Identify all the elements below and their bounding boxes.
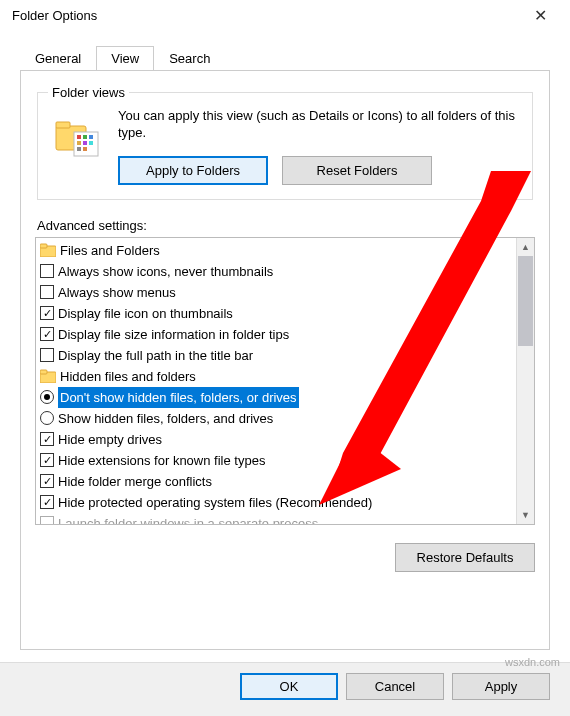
checkbox-icon[interactable]: ✓	[40, 474, 54, 488]
folder-views-icon	[48, 108, 106, 185]
watermark-text: wsxdn.com	[505, 656, 560, 668]
folder-views-description: You can apply this view (such as Details…	[118, 108, 522, 142]
option-label: Hidden files and folders	[60, 366, 196, 387]
svg-rect-6	[77, 141, 81, 145]
checkbox-icon[interactable]	[40, 264, 54, 278]
radio-icon[interactable]	[40, 390, 54, 404]
tree-checkbox-option[interactable]: ✓Hide extensions for known file types	[36, 450, 516, 471]
folder-views-legend: Folder views	[48, 85, 129, 100]
tree-folder: Files and Folders	[36, 240, 516, 261]
option-label: Hide extensions for known file types	[58, 450, 265, 471]
scroll-thumb[interactable]	[518, 256, 533, 346]
tree-checkbox-option[interactable]: Always show menus	[36, 282, 516, 303]
advanced-settings-list: Files and FoldersAlways show icons, neve…	[35, 237, 535, 525]
scroll-up-icon[interactable]: ▲	[517, 238, 534, 256]
svg-rect-3	[77, 135, 81, 139]
tree-radio-option[interactable]: Don't show hidden files, folders, or dri…	[36, 387, 516, 408]
svg-rect-14	[40, 370, 47, 374]
svg-rect-12	[40, 244, 47, 248]
option-label: Hide folder merge conflicts	[58, 471, 212, 492]
ok-button[interactable]: OK	[240, 673, 338, 700]
svg-rect-10	[83, 147, 87, 151]
svg-rect-4	[83, 135, 87, 139]
checkbox-icon[interactable]: ✓	[40, 327, 54, 341]
option-label: Show hidden files, folders, and drives	[58, 408, 273, 429]
close-icon[interactable]: ✕	[520, 6, 560, 25]
checkbox-icon[interactable]: ✓	[40, 306, 54, 320]
tree-checkbox-option[interactable]: ✓Display file size information in folder…	[36, 324, 516, 345]
checkbox-icon[interactable]: ✓	[40, 453, 54, 467]
checkbox-icon[interactable]	[40, 285, 54, 299]
svg-rect-8	[89, 141, 93, 145]
tab-general[interactable]: General	[20, 46, 96, 71]
option-label: Files and Folders	[60, 240, 160, 261]
option-label: Always show menus	[58, 282, 176, 303]
tab-search[interactable]: Search	[154, 46, 225, 71]
checkbox-icon[interactable]: ✓	[40, 495, 54, 509]
scrollbar[interactable]: ▲ ▼	[516, 238, 534, 524]
tree-checkbox-option[interactable]: ✓Hide folder merge conflicts	[36, 471, 516, 492]
option-label: Hide protected operating system files (R…	[58, 492, 372, 513]
tree-checkbox-option[interactable]: ✓Display file icon on thumbnails	[36, 303, 516, 324]
apply-to-folders-button[interactable]: Apply to Folders	[118, 156, 268, 185]
tree-checkbox-option[interactable]: ✓Hide empty drives	[36, 429, 516, 450]
checkbox-icon[interactable]	[40, 516, 54, 524]
option-label: Hide empty drives	[58, 429, 162, 450]
apply-button[interactable]: Apply	[452, 673, 550, 700]
svg-rect-9	[77, 147, 81, 151]
restore-defaults-button[interactable]: Restore Defaults	[395, 543, 535, 572]
tab-panel-view: Folder views You can apply	[20, 70, 550, 650]
option-label: Display file icon on thumbnails	[58, 303, 233, 324]
svg-rect-7	[83, 141, 87, 145]
svg-rect-1	[56, 122, 70, 128]
option-label: Display file size information in folder …	[58, 324, 289, 345]
window-title: Folder Options	[12, 8, 97, 23]
tree-checkbox-option[interactable]: ✓Hide protected operating system files (…	[36, 492, 516, 513]
tab-view[interactable]: View	[96, 46, 154, 71]
scroll-down-icon[interactable]: ▼	[517, 506, 534, 524]
checkbox-icon[interactable]	[40, 348, 54, 362]
tree-checkbox-option[interactable]: Always show icons, never thumbnails	[36, 261, 516, 282]
option-label: Display the full path in the title bar	[58, 345, 253, 366]
checkbox-icon[interactable]: ✓	[40, 432, 54, 446]
tree-checkbox-option[interactable]: Launch folder windows in a separate proc…	[36, 513, 516, 524]
option-label: Launch folder windows in a separate proc…	[58, 513, 318, 524]
tree-radio-option[interactable]: Show hidden files, folders, and drives	[36, 408, 516, 429]
advanced-settings-label: Advanced settings:	[37, 218, 535, 233]
tree-folder: Hidden files and folders	[36, 366, 516, 387]
folder-views-group: Folder views You can apply	[37, 85, 533, 200]
tree-checkbox-option[interactable]: Display the full path in the title bar	[36, 345, 516, 366]
svg-rect-5	[89, 135, 93, 139]
cancel-button[interactable]: Cancel	[346, 673, 444, 700]
dialog-button-bar: OK Cancel Apply	[0, 662, 570, 716]
reset-folders-button[interactable]: Reset Folders	[282, 156, 432, 185]
tab-strip: General View Search	[20, 45, 570, 70]
option-label: Don't show hidden files, folders, or dri…	[58, 387, 299, 408]
radio-icon[interactable]	[40, 411, 54, 425]
option-label: Always show icons, never thumbnails	[58, 261, 273, 282]
